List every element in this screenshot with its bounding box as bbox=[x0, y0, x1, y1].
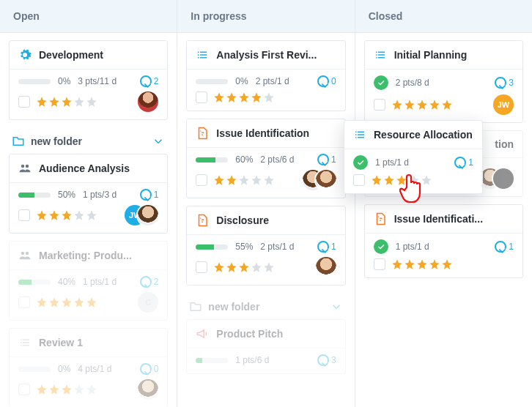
card-analysis-first-review[interactable]: Analysis First Revi... 0% 2 pts/1 d 0 bbox=[186, 40, 345, 111]
checkbox[interactable] bbox=[196, 92, 207, 103]
progress-bar bbox=[196, 157, 228, 163]
comment-icon bbox=[140, 75, 152, 87]
card-development[interactable]: Development 0% 3 pts/11 d 2 bbox=[9, 40, 168, 120]
progress-pct: 60% bbox=[235, 154, 253, 165]
meta-points: 2 pts/8 d bbox=[396, 78, 429, 88]
comments-badge[interactable]: 0 bbox=[140, 363, 159, 375]
card-title: Development bbox=[39, 49, 103, 61]
avatar-stack[interactable]: JW bbox=[132, 205, 158, 225]
comment-icon bbox=[140, 363, 152, 375]
card-title: Analysis First Revi... bbox=[216, 49, 317, 61]
star-rating[interactable] bbox=[213, 174, 275, 186]
comments-badge[interactable]: 1 bbox=[140, 189, 159, 201]
card-title: Initial Planning bbox=[394, 49, 468, 61]
avatar[interactable]: C bbox=[138, 292, 158, 313]
meta-points: 2 pts/1 d bbox=[256, 76, 289, 86]
card-issue-identification[interactable]: Issue Identification 60% 2 pts/6 d 1 bbox=[186, 119, 345, 198]
column-in-progress: In progress Analysis First Revi... 0% 2 … bbox=[177, 0, 355, 407]
checkbox[interactable] bbox=[353, 174, 365, 186]
avatar[interactable]: JW bbox=[493, 94, 514, 115]
avatar-stack[interactable] bbox=[487, 168, 514, 189]
star-rating[interactable] bbox=[213, 261, 275, 273]
card-initial-planning[interactable]: Initial Planning 2 pts/8 d 3 JW bbox=[364, 40, 523, 123]
meta-points: 4 pts/1 d bbox=[78, 364, 111, 374]
checkbox[interactable] bbox=[18, 296, 30, 308]
meta-points: 1 pts/6 d bbox=[235, 355, 269, 365]
comments-badge[interactable]: 1 bbox=[454, 157, 473, 168]
avatar[interactable] bbox=[316, 257, 336, 277]
comments-badge[interactable]: 0 bbox=[317, 75, 336, 87]
progress-bar bbox=[18, 280, 51, 285]
card-issue-identification-2[interactable]: Issue Identificati... 1 pts/1 d 1 bbox=[364, 204, 523, 278]
card-title: Product Pitch bbox=[216, 328, 283, 340]
star-rating[interactable] bbox=[391, 258, 453, 270]
folder-new-2[interactable]: new folder bbox=[186, 293, 345, 319]
doc-icon bbox=[196, 214, 209, 227]
card-disclosure[interactable]: Disclosure 55% 2 pts/1 d 1 bbox=[186, 206, 345, 285]
drag-card-resource-allocation[interactable]: Resource Allocation 1 pts/1 d 1 bbox=[344, 120, 483, 194]
avatar[interactable] bbox=[138, 92, 158, 112]
avatar-stack[interactable] bbox=[310, 170, 336, 190]
chevron-down-icon[interactable] bbox=[330, 300, 343, 313]
comments-badge[interactable]: 1 bbox=[495, 241, 514, 253]
progress-bar bbox=[196, 79, 228, 84]
checkbox[interactable] bbox=[18, 209, 30, 221]
meta-points: 1 pts/3 d bbox=[83, 190, 117, 200]
people-icon bbox=[18, 162, 32, 175]
star-rating[interactable] bbox=[391, 99, 453, 111]
comments-badge[interactable]: 2 bbox=[140, 75, 159, 87]
meta-points: 1 pts/1 d bbox=[396, 242, 429, 252]
card-marketing[interactable]: Marketing: Produ... 40% 1 pts/1 d 2 bbox=[9, 241, 168, 321]
avatar bbox=[493, 168, 514, 189]
comment-icon bbox=[454, 157, 466, 168]
comments-badge[interactable]: 3 bbox=[317, 354, 336, 366]
card-title: Review 1 bbox=[39, 337, 83, 348]
card-title: Resource Allocation bbox=[374, 129, 473, 141]
check-done-icon bbox=[353, 155, 368, 170]
comment-icon bbox=[317, 241, 329, 253]
card-title: Marketing: Produ... bbox=[39, 250, 132, 261]
comments-badge[interactable]: 1 bbox=[317, 241, 336, 253]
star-rating[interactable] bbox=[36, 384, 97, 395]
checkbox[interactable] bbox=[196, 174, 207, 186]
folder-icon bbox=[12, 135, 25, 148]
card-title: Issue Identificati... bbox=[394, 213, 483, 225]
column-closed: Closed Initial Planning 2 pts/8 d 3 bbox=[355, 0, 532, 407]
star-rating[interactable] bbox=[36, 296, 97, 308]
progress-pct: 0% bbox=[235, 76, 248, 86]
megaphone-icon bbox=[196, 327, 209, 340]
checkbox[interactable] bbox=[374, 99, 385, 111]
progress-pct: 55% bbox=[235, 242, 253, 252]
folder-label: new folder bbox=[31, 135, 82, 147]
list-icon bbox=[18, 336, 32, 349]
people-icon bbox=[18, 249, 32, 262]
progress-pct: 0% bbox=[58, 364, 70, 374]
comments-badge[interactable]: 1 bbox=[317, 154, 336, 165]
card-title: Audience Analysis bbox=[39, 163, 130, 174]
comments-badge[interactable]: 3 bbox=[495, 77, 514, 89]
avatar bbox=[316, 170, 336, 190]
meta-points: 1 pts/1 d bbox=[375, 157, 409, 168]
checkbox[interactable] bbox=[374, 258, 385, 270]
folder-label: new folder bbox=[208, 301, 259, 313]
checkbox[interactable] bbox=[18, 384, 30, 395]
star-rating[interactable] bbox=[36, 96, 97, 108]
card-audience-analysis[interactable]: Audience Analysis 50% 1 pts/3 d 1 bbox=[9, 154, 168, 234]
list-icon bbox=[353, 128, 366, 141]
star-rating[interactable] bbox=[36, 209, 97, 221]
progress-bar bbox=[18, 79, 51, 84]
card-product-pitch[interactable]: Product Pitch 1 pts/6 d 3 bbox=[186, 319, 345, 374]
star-rating[interactable] bbox=[371, 174, 432, 186]
comments-badge[interactable]: 2 bbox=[140, 276, 159, 288]
checkbox[interactable] bbox=[18, 96, 30, 108]
card-review-1[interactable]: Review 1 0% 4 pts/1 d 0 bbox=[9, 328, 168, 407]
chevron-down-icon[interactable] bbox=[152, 135, 165, 148]
comment-icon bbox=[317, 354, 329, 366]
avatar[interactable] bbox=[138, 379, 158, 400]
checkbox[interactable] bbox=[196, 261, 207, 273]
meta-points: 3 pts/11 d bbox=[78, 76, 117, 86]
folder-new[interactable]: new folder bbox=[9, 127, 168, 154]
star-rating[interactable] bbox=[213, 92, 275, 103]
card-title: Issue Identification bbox=[216, 127, 309, 139]
progress-bar bbox=[18, 367, 51, 372]
